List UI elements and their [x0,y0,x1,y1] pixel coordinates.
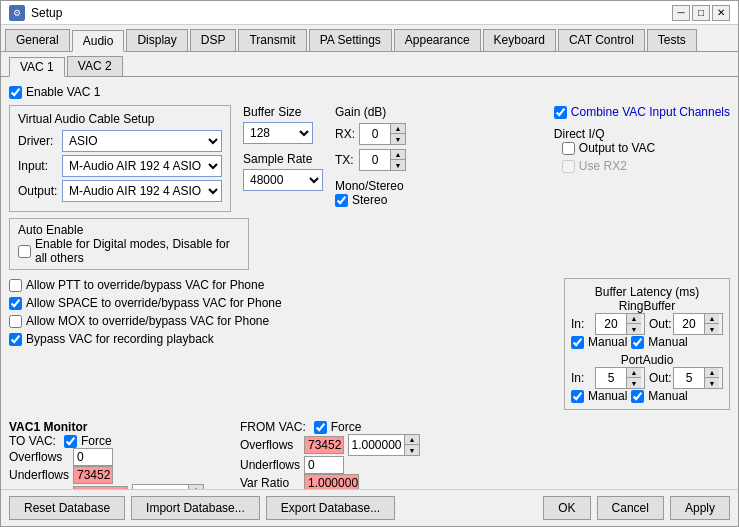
tx-down-button[interactable]: ▼ [391,160,405,170]
pa-in-label: In: [571,371,591,385]
sub-tab-vac2[interactable]: VAC 2 [67,56,123,76]
checkboxes-section: Allow PTT to override/bypass VAC for Pho… [9,278,556,346]
pa-in-spinner[interactable]: ▲ ▼ [595,367,645,389]
pa-in-up[interactable]: ▲ [627,368,641,378]
pa-in-down[interactable]: ▼ [627,378,641,388]
rb-out-up[interactable]: ▲ [705,314,719,324]
main-window: ⚙ Setup ─ □ ✕ General Audio Display DSP … [0,0,739,527]
rb-manual-in-checkbox[interactable] [571,336,584,349]
rx-spinner[interactable]: ▲ ▼ [359,123,406,145]
pa-manual-in-checkbox[interactable] [571,390,584,403]
to-vac-force-checkbox[interactable] [64,435,77,448]
pa-manual-in-label: Manual [588,389,627,403]
use-rx2-label: Use RX2 [579,159,627,173]
rx-gain-row: RX: ▲ ▼ [335,123,406,145]
from-vac-spin-btns: ▲ ▼ [404,435,419,455]
tab-general[interactable]: General [5,29,70,51]
rb-in-value[interactable] [596,314,626,334]
tx-up-button[interactable]: ▲ [391,150,405,160]
pa-out-down[interactable]: ▼ [705,378,719,388]
from-vac-overflows-label: Overflows [240,438,300,452]
tx-value[interactable] [360,150,390,170]
stereo-checkbox[interactable] [335,194,348,207]
from-vac-spinner[interactable]: ▲ ▼ [348,434,420,456]
sample-rate-select[interactable]: 48000 [243,169,323,191]
to-vac-overflows-label: Overflows [9,450,69,464]
from-vac-force-checkbox[interactable] [314,421,327,434]
output-to-vac-checkbox[interactable] [562,142,575,155]
port-audio-title: PortAudio [571,353,723,367]
from-vac-spinner-value[interactable] [349,435,404,455]
pa-out-spinner[interactable]: ▲ ▼ [673,367,723,389]
from-vac-underflows-value: 0 [304,456,344,474]
combine-vac-checkbox[interactable] [554,106,567,119]
reset-db-button[interactable]: Reset Database [9,496,125,520]
pa-inout-row: In: ▲ ▼ Out: ▲ [571,367,723,389]
rb-manual-out-checkbox[interactable] [631,336,644,349]
rb-in-spinner[interactable]: ▲ ▼ [595,313,645,335]
bypass-checkbox[interactable] [9,333,22,346]
rx-value[interactable] [360,124,390,144]
output-select[interactable]: M-Audio AIR 192 4 ASIO [62,180,222,202]
tab-transmit[interactable]: Transmit [238,29,306,51]
input-select[interactable]: M-Audio AIR 192 4 ASIO [62,155,222,177]
rx-down-button[interactable]: ▼ [391,134,405,144]
rx-up-button[interactable]: ▲ [391,124,405,134]
rb-in-up[interactable]: ▲ [627,314,641,324]
tab-dsp[interactable]: DSP [190,29,237,51]
pa-out-value[interactable] [674,368,704,388]
rb-out-spinner[interactable]: ▲ ▼ [673,313,723,335]
rb-manual-in-row: Manual [571,335,627,349]
enable-vac-checkbox[interactable] [9,86,22,99]
rb-out-value[interactable] [674,314,704,334]
rb-manual-out-row: Manual [631,335,687,349]
close-button[interactable]: ✕ [712,5,730,21]
tab-appearance[interactable]: Appearance [394,29,481,51]
tab-audio[interactable]: Audio [72,30,125,52]
export-db-button[interactable]: Export Database... [266,496,395,520]
driver-select[interactable]: ASIO [62,130,222,152]
from-vac-up[interactable]: ▲ [405,435,419,445]
ptt-checkbox[interactable] [9,279,22,292]
pa-manual-in-row: Manual [571,389,627,403]
auto-enable-checkbox[interactable] [18,245,31,258]
space-checkbox[interactable] [9,297,22,310]
pa-manual-out-label: Manual [648,389,687,403]
use-rx2-checkbox[interactable] [562,160,575,173]
from-vac-overflows-row: Overflows 73452 ▲ ▼ [240,434,420,456]
buffer-size-select[interactable]: 128 [243,122,313,144]
rb-in-down[interactable]: ▼ [627,324,641,334]
tab-pa-settings[interactable]: PA Settings [309,29,392,51]
pa-out-up[interactable]: ▲ [705,368,719,378]
minimize-button[interactable]: ─ [672,5,690,21]
combine-vac-label: Combine VAC Input Channels [571,105,730,119]
bypass-label: Bypass VAC for recording playback [26,332,214,346]
cancel-button[interactable]: Cancel [597,496,664,520]
to-vac-underflows-label: Underflows [9,468,69,482]
from-vac-var-ratio-row: Var Ratio 1.000000 [240,474,420,489]
maximize-button[interactable]: □ [692,5,710,21]
import-db-button[interactable]: Import Database... [131,496,260,520]
auto-enable-label: Enable for Digital modes, Disable for al… [35,237,240,265]
from-vac-label: FROM VAC: [240,420,306,434]
tab-tests[interactable]: Tests [647,29,697,51]
mox-checkbox[interactable] [9,315,22,328]
rx-label: RX: [335,127,355,141]
from-vac-var-ratio-value: 1.000000 [304,474,359,489]
from-vac-down[interactable]: ▼ [405,445,419,455]
pa-in-value[interactable] [596,368,626,388]
from-vac-force-label: Force [331,420,362,434]
tab-cat-control[interactable]: CAT Control [558,29,645,51]
pa-manual-out-checkbox[interactable] [631,390,644,403]
tab-keyboard[interactable]: Keyboard [483,29,556,51]
from-vac-underflows-row: Underflows 0 [240,456,420,474]
tab-display[interactable]: Display [126,29,187,51]
rb-out-down[interactable]: ▼ [705,324,719,334]
right-top-section: Combine VAC Input Channels Direct I/Q Ou… [554,105,730,173]
apply-button[interactable]: Apply [670,496,730,520]
sub-tab-vac1[interactable]: VAC 1 [9,57,65,77]
ok-button[interactable]: OK [543,496,590,520]
from-vac-overflows-value: 73452 [304,436,344,454]
virtual-audio-title: Virtual Audio Cable Setup [18,112,222,126]
tx-spinner[interactable]: ▲ ▼ [359,149,406,171]
